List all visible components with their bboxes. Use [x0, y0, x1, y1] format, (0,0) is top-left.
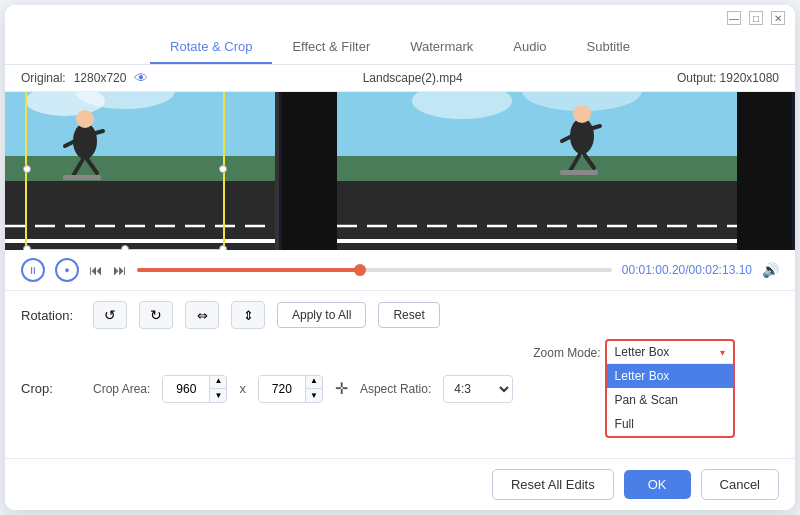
apply-all-button[interactable]: Apply to All: [277, 302, 366, 328]
reset-button[interactable]: Reset: [378, 302, 439, 328]
crop-row: Crop: Crop Area: 960 ▲ ▼ x 720 ▲ ▼ ✛ Asp…: [21, 339, 779, 438]
zoom-mode-selected: Letter Box: [615, 345, 670, 359]
crop-width-input[interactable]: 960: [163, 376, 209, 402]
total-time: 00:02:13.10: [689, 263, 752, 277]
ok-button[interactable]: OK: [624, 470, 691, 499]
skip-back-button[interactable]: ⏮: [89, 262, 103, 278]
crop-label: Crop:: [21, 381, 81, 396]
stop-icon: ●: [64, 265, 69, 275]
progress-track[interactable]: [137, 268, 612, 272]
rotate-right-button[interactable]: ↻: [139, 301, 173, 329]
svg-point-25: [573, 105, 591, 123]
tab-bar: Rotate & Crop Effect & Filter Watermark …: [5, 31, 795, 65]
title-bar: — □ ✕: [5, 5, 795, 31]
flip-h-icon: ⇔: [197, 308, 208, 323]
crop-area-label: Crop Area:: [93, 382, 150, 396]
tab-watermark[interactable]: Watermark: [390, 31, 493, 64]
crop-height-input[interactable]: 720: [259, 376, 305, 402]
pause-button[interactable]: ⏸: [21, 258, 45, 282]
svg-rect-30: [560, 170, 598, 175]
current-time: 00:01:00.20: [622, 263, 685, 277]
original-label: Original:: [21, 71, 66, 85]
stop-button[interactable]: ●: [55, 258, 79, 282]
output-label: Output:: [677, 71, 716, 85]
flip-v-icon: ⇕: [243, 308, 254, 323]
skip-forward-button[interactable]: ⏭: [113, 262, 127, 278]
crop-height-up[interactable]: ▲: [306, 375, 322, 389]
tab-audio[interactable]: Audio: [493, 31, 566, 64]
svg-point-9: [76, 110, 94, 128]
zoom-mode-container: Zoom Mode: Letter Box ▾ Letter Box Pan &…: [533, 339, 734, 438]
source-video-preview: [5, 92, 275, 250]
rotation-row: Rotation: ↺ ↻ ⇔ ⇕ Apply to All Reset: [21, 301, 779, 329]
output-size: 1920x1080: [720, 71, 779, 85]
progress-fill: [137, 268, 360, 272]
controls-section: Rotation: ↺ ↻ ⇔ ⇕ Apply to All Reset Cro…: [5, 291, 795, 458]
main-window: — □ ✕ Rotate & Crop Effect & Filter Wate…: [5, 5, 795, 510]
zoom-mode-header[interactable]: Letter Box ▾: [607, 341, 733, 364]
aspect-ratio-select[interactable]: Free 16:9 4:3 1:1 9:16: [443, 375, 513, 403]
preview-area: [5, 92, 795, 250]
zoom-mode-label: Zoom Mode:: [533, 339, 600, 367]
filename: Landscape(2).mp4: [363, 71, 463, 85]
minimize-button[interactable]: —: [727, 11, 741, 25]
info-bar: Original: 1280x720 👁 Landscape(2).mp4 Ou…: [5, 65, 795, 92]
crosshair-icon[interactable]: ✛: [335, 379, 348, 398]
crop-width-up[interactable]: ▲: [210, 375, 226, 389]
original-size: 1280x720: [74, 71, 127, 85]
zoom-option-pan-scan[interactable]: Pan & Scan: [607, 388, 733, 412]
crop-width-down[interactable]: ▼: [210, 389, 226, 403]
pause-icon: ⏸: [28, 265, 38, 276]
bottom-bar: Reset All Edits OK Cancel: [5, 458, 795, 510]
flip-vertical-button[interactable]: ⇕: [231, 301, 265, 329]
rotation-label: Rotation:: [21, 308, 81, 323]
crop-height-down[interactable]: ▼: [306, 389, 322, 403]
volume-icon[interactable]: 🔊: [762, 262, 779, 278]
crop-width-input-group: 960 ▲ ▼: [162, 375, 227, 403]
preview-left: [5, 92, 275, 250]
aspect-ratio-label: Aspect Ratio:: [360, 382, 431, 396]
reset-all-edits-button[interactable]: Reset All Edits: [492, 469, 614, 500]
output-video-preview: [279, 92, 795, 250]
preview-right: [279, 92, 795, 250]
chevron-down-icon: ▾: [720, 347, 725, 358]
output-info: Output: 1920x1080: [677, 71, 779, 85]
tab-rotate-crop[interactable]: Rotate & Crop: [150, 31, 272, 64]
zoom-option-letter-box[interactable]: Letter Box: [607, 364, 733, 388]
dimension-separator: x: [239, 381, 246, 396]
cancel-button[interactable]: Cancel: [701, 469, 779, 500]
tab-subtitle[interactable]: Subtitle: [567, 31, 650, 64]
rotate-right-icon: ↻: [150, 307, 162, 323]
eye-icon[interactable]: 👁: [134, 70, 148, 86]
crop-height-input-group: 720 ▲ ▼: [258, 375, 323, 403]
rotate-left-icon: ↺: [104, 307, 116, 323]
original-info: Original: 1280x720 👁: [21, 70, 148, 86]
progress-thumb[interactable]: [354, 264, 366, 276]
time-display: 00:01:00.20/00:02:13.10: [622, 263, 752, 277]
svg-rect-14: [63, 175, 101, 180]
zoom-mode-dropdown[interactable]: Letter Box ▾ Letter Box Pan & Scan Full: [605, 339, 735, 438]
maximize-button[interactable]: □: [749, 11, 763, 25]
width-spinners: ▲ ▼: [209, 375, 226, 403]
flip-horizontal-button[interactable]: ⇔: [185, 301, 219, 329]
tab-effect-filter[interactable]: Effect & Filter: [272, 31, 390, 64]
close-button[interactable]: ✕: [771, 11, 785, 25]
playback-bar: ⏸ ● ⏮ ⏭ 00:01:00.20/00:02:13.10 🔊: [5, 250, 795, 291]
height-spinners: ▲ ▼: [305, 375, 322, 403]
rotate-left-button[interactable]: ↺: [93, 301, 127, 329]
zoom-option-full[interactable]: Full: [607, 412, 733, 436]
